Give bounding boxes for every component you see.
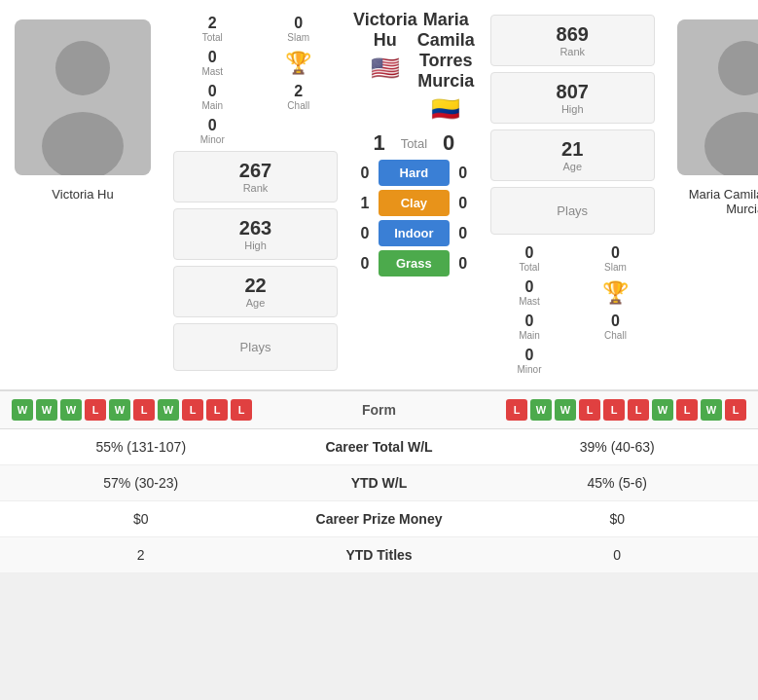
left-stat-total: 2 Total <box>177 15 248 43</box>
hard-right-score: 0 <box>453 165 473 182</box>
surface-hard-row: 0 Hard 0 <box>345 160 483 186</box>
form-result-badge: W <box>158 399 179 421</box>
right-plays-box: Plays <box>490 187 655 235</box>
svg-point-1 <box>55 41 110 95</box>
total-label: Total <box>401 136 427 151</box>
stats-cell-center: YTD W/L <box>282 475 477 491</box>
right-stats-panel: 869 Rank 807 High 21 Age Plays 0 Total 0… <box>483 10 663 380</box>
left-total-score: 1 <box>373 130 384 156</box>
stats-cell-right: 39% (40-63) <box>477 439 759 455</box>
stats-row: 55% (131-107)Career Total W/L39% (40-63) <box>0 429 758 465</box>
right-age-box: 21 Age <box>490 129 655 181</box>
right-player-title: Maria Camila Torres Murcia <box>417 10 475 92</box>
surface-clay-row: 1 Clay 0 <box>345 190 483 216</box>
center-panel: Victoria Hu 🇺🇸 Maria Camila Torres Murci… <box>345 10 483 380</box>
left-avatar <box>15 19 151 175</box>
right-player-name-below-photo: Maria Camila Torres Murcia <box>672 187 758 216</box>
right-stats-grid: 0 Total 0 Slam 0 Mast 🏆 0 Main 0 Chall 0 <box>490 244 655 375</box>
stats-cell-left: 57% (30-23) <box>0 475 282 491</box>
left-player-name-below-photo: Victoria Hu <box>52 187 113 202</box>
grass-button[interactable]: Grass <box>379 250 450 276</box>
left-player-title: Victoria Hu <box>353 10 417 51</box>
left-stat-mast: 0 Mast <box>177 49 248 77</box>
left-rank-box: 267 Rank <box>173 151 338 203</box>
grass-right-score: 0 <box>453 255 473 273</box>
stats-cell-left: 2 <box>0 547 282 563</box>
right-trophy-icon: 🏆 <box>580 278 651 307</box>
right-avatar <box>677 19 758 175</box>
form-result-badge: L <box>676 399 698 421</box>
form-result-badge: W <box>12 399 33 421</box>
right-total-score: 0 <box>443 130 454 156</box>
stats-cell-left: 55% (131-107) <box>0 439 282 455</box>
right-stat-mast: 0 Mast <box>494 278 565 307</box>
form-result-badge: L <box>231 399 252 421</box>
top-section: Victoria Hu 2 Total 0 Slam 0 Mast 🏆 0 Ma… <box>0 0 758 390</box>
form-result-badge: L <box>506 399 527 421</box>
stats-cell-right: $0 <box>477 511 759 527</box>
indoor-button[interactable]: Indoor <box>379 220 450 246</box>
clay-left-score: 1 <box>355 195 375 212</box>
form-result-badge: L <box>603 399 625 421</box>
right-stat-total: 0 Total <box>494 244 565 273</box>
form-result-badge: W <box>652 399 673 421</box>
indoor-right-score: 0 <box>453 225 473 242</box>
form-result-badge: L <box>182 399 203 421</box>
clay-button[interactable]: Clay <box>379 190 450 216</box>
form-result-badge: W <box>36 399 57 421</box>
left-stat-main: 0 Main <box>177 83 248 111</box>
right-flag: 🇨🇴 <box>431 95 460 123</box>
form-result-badge: W <box>555 399 576 421</box>
hard-button[interactable]: Hard <box>379 160 450 186</box>
right-high-box: 807 High <box>490 72 655 124</box>
form-result-badge: L <box>628 399 649 421</box>
stats-row: $0Career Prize Money$0 <box>0 501 758 537</box>
form-result-badge: L <box>85 399 106 421</box>
stats-table: 55% (131-107)Career Total W/L39% (40-63)… <box>0 429 758 573</box>
form-label: Form <box>321 402 438 418</box>
stats-cell-left: $0 <box>0 511 282 527</box>
form-result-badge: L <box>725 399 746 421</box>
grass-left-score: 0 <box>355 255 375 273</box>
left-stats-panel: 2 Total 0 Slam 0 Mast 🏆 0 Main 2 Chall 0 <box>165 10 345 380</box>
right-form-results: LWWLLLWLWL <box>438 399 747 421</box>
surface-grass-row: 0 Grass 0 <box>345 250 483 276</box>
left-stat-slam: 0 Slam <box>264 15 335 43</box>
surface-indoor-row: 0 Indoor 0 <box>345 220 483 246</box>
form-result-badge: W <box>530 399 552 421</box>
left-trophy-icon: 🏆 <box>264 49 335 77</box>
form-result-badge: L <box>133 399 155 421</box>
right-stat-slam: 0 Slam <box>580 244 651 273</box>
hard-left-score: 0 <box>355 165 375 182</box>
clay-right-score: 0 <box>453 195 473 212</box>
left-form-results: WWWLWLWLLL <box>12 399 321 421</box>
form-result-badge: L <box>579 399 600 421</box>
stats-cell-center: Career Total W/L <box>282 439 477 455</box>
left-stat-minor: 0 Minor <box>177 117 248 145</box>
form-result-badge: W <box>60 399 82 421</box>
right-stat-minor: 0 Minor <box>494 347 565 375</box>
left-age-box: 22 Age <box>173 266 338 317</box>
left-stats-grid: 2 Total 0 Slam 0 Mast 🏆 0 Main 2 Chall 0 <box>173 15 338 145</box>
right-stat-main: 0 Main <box>494 313 565 341</box>
right-player-photo: Maria Camila Torres Murcia <box>663 10 758 380</box>
stats-row: 2YTD Titles0 <box>0 537 758 573</box>
left-stat-chall: 2 Chall <box>264 83 335 111</box>
indoor-left-score: 0 <box>355 225 375 242</box>
left-high-box: 263 High <box>173 208 338 260</box>
stats-cell-center: YTD Titles <box>282 547 477 563</box>
form-section: WWWLWLWLLL Form LWWLLLWLWL <box>0 390 758 429</box>
form-result-badge: W <box>109 399 130 421</box>
stats-row: 57% (30-23)YTD W/L45% (5-6) <box>0 465 758 501</box>
right-stat-chall: 0 Chall <box>580 313 651 341</box>
stats-cell-right: 45% (5-6) <box>477 475 759 491</box>
form-result-badge: W <box>701 399 722 421</box>
left-plays-box: Plays <box>173 323 338 371</box>
left-flag: 🇺🇸 <box>371 55 400 82</box>
left-player-photo: Victoria Hu <box>0 10 165 380</box>
stats-cell-right: 0 <box>477 547 759 563</box>
stats-cell-center: Career Prize Money <box>282 511 477 527</box>
form-result-badge: L <box>206 399 228 421</box>
right-rank-box: 869 Rank <box>490 15 655 66</box>
